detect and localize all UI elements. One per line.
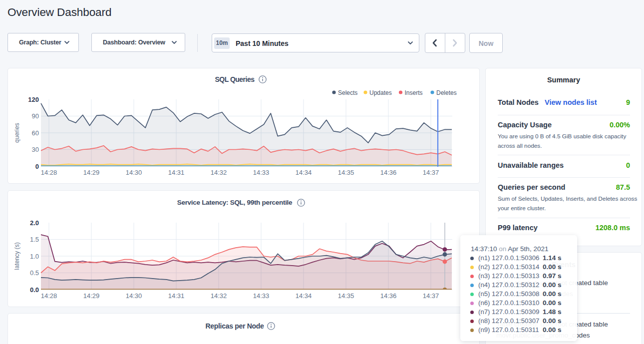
- svg-text:14:35: 14:35: [338, 169, 354, 176]
- svg-text:14:33: 14:33: [253, 169, 270, 176]
- svg-text:120: 120: [28, 96, 39, 103]
- svg-text:Inserts: Inserts: [405, 89, 423, 96]
- svg-text:1.5: 1.5: [30, 236, 39, 243]
- svg-text:14:32: 14:32: [211, 292, 227, 300]
- svg-text:Selects: Selects: [338, 89, 357, 96]
- svg-text:0: 0: [35, 163, 39, 170]
- svg-text:60: 60: [32, 129, 39, 137]
- svg-text:14:30: 14:30: [126, 292, 142, 300]
- svg-text:14:37: 14:37: [423, 292, 439, 300]
- svg-text:0.0: 0.0: [30, 286, 39, 294]
- svg-text:30: 30: [32, 146, 39, 153]
- svg-text:14:29: 14:29: [83, 292, 100, 300]
- svg-text:14:30: 14:30: [126, 169, 142, 176]
- svg-text:Deletes: Deletes: [436, 89, 457, 96]
- svg-text:14:31: 14:31: [168, 292, 185, 300]
- svg-text:14:29: 14:29: [83, 169, 100, 176]
- svg-text:1.0: 1.0: [30, 253, 39, 260]
- svg-text:14:33: 14:33: [253, 292, 270, 300]
- svg-text:14:37: 14:37: [423, 169, 439, 176]
- svg-text:14:28: 14:28: [41, 169, 57, 176]
- svg-text:14:34: 14:34: [296, 292, 312, 300]
- svg-text:14:36: 14:36: [380, 292, 397, 300]
- svg-text:0.5: 0.5: [30, 269, 39, 277]
- svg-text:2.0: 2.0: [30, 219, 39, 227]
- svg-text:90: 90: [32, 112, 39, 120]
- svg-text:14:31: 14:31: [168, 169, 185, 176]
- svg-text:Updates: Updates: [369, 89, 392, 96]
- svg-text:14:35: 14:35: [338, 292, 354, 300]
- svg-text:14:34: 14:34: [296, 169, 312, 176]
- svg-text:latency (s): latency (s): [13, 242, 20, 270]
- svg-text:queries: queries: [13, 123, 20, 142]
- svg-text:14:36: 14:36: [380, 169, 397, 176]
- svg-text:14:28: 14:28: [41, 292, 57, 300]
- svg-text:14:32: 14:32: [211, 169, 227, 176]
